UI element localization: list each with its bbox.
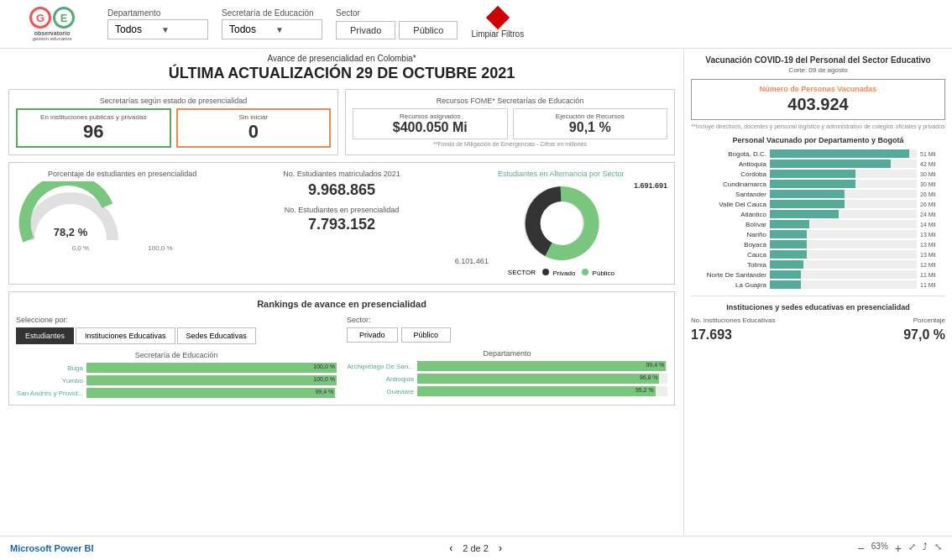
dept-vac-bar-val: 26 Mil [920,191,945,197]
zoom-slider[interactable]: 63% [871,542,888,555]
ejecucion-item: Ejecución de Recursos 90,1 % [513,108,668,139]
dept-vac-bar-val: 14 Mil [920,222,945,228]
dept-vac-bar-container [770,260,917,269]
sector-publico-button[interactable]: Público [399,21,458,39]
fome-box: Recursos FOME* Secretarías de Educación … [345,89,675,155]
dept-vac-bar-fill [770,220,809,228]
footer-icons: − 63% + ⤢ ⤴ ⤡ [858,542,942,555]
ranking-dept-bar-row: Archipiélago De San... 99,4 % [347,361,667,371]
right-panel: Vacunación COVID-19 del Personal del Sec… [683,49,952,536]
rank-dept-bar-container: 96,8 % [417,374,667,384]
dept-vac-bar-label: Cundinamarca [691,181,766,188]
dept-vac-bar-row: La Guajira 11 Mil [691,280,945,289]
sector-label: Sector [336,8,458,18]
sector-buttons: Privado Público [336,21,458,39]
en-inst-value: 96 [21,121,166,143]
rankings-privado-btn[interactable]: Privado [347,327,398,343]
dept-vac-bar-label: Atlántico [691,211,766,218]
gauge-range: 0,0 % 100,0 % [72,244,173,252]
dept-vac-bar-label: Bogotá, D.C. [691,150,766,158]
sector-filter: Sector Privado Público [336,8,458,39]
share-icon[interactable]: ⤴ [923,542,928,555]
btn-sedes[interactable]: Sedes Educativas [177,327,256,344]
prev-page-icon[interactable]: ‹ [449,542,452,554]
left-panel: Avance de presencialidad en Colombia* ÚL… [0,49,683,536]
dept-vac-bar-fill [770,270,801,279]
rankings-right: Sector: Privado Público Departamento Arc… [347,316,667,398]
privado-dot-icon [542,269,549,275]
dept-vac-bar-label: Nariño [691,231,766,238]
logo-e-circle: E [53,7,75,29]
avance-title: Avance de presencialidad en Colombia* [8,54,675,63]
fome-title: Recursos FOME* Secretarías de Educación [353,97,667,105]
secretaria-filter: Secretaría de Educación Todos ▼ [222,8,322,39]
dept-vac-bar-val: 30 Mil [920,171,945,177]
rankings-content: Seleccione por: Estudiantes Institucione… [16,316,667,398]
dept-vac-bar-label: La Guajira [691,281,766,289]
alternancia-legend: SECTOR Privado Público [455,269,667,277]
dept-vac-bar-row: Córdoba 30 Mil [691,170,945,178]
donut-chart [519,181,603,265]
ranking-bar-row: Yumbo 100,0 % [16,375,337,385]
fullscreen-icon[interactable]: ⤢ [908,542,916,555]
rank-bar-container: 100,0 % [86,375,337,385]
dept-vac-bar-container [770,190,917,198]
rank-dept-bar-fill: 95,2 % [417,386,656,396]
ranking-dept-bar-row: Antioquia 96,8 % [347,374,667,384]
en-inst-label: En instituciones públicas y privadas [21,113,166,121]
alt-publico-legend: Público [582,269,614,277]
dept-vac-bar-val: 11 Mil [920,282,945,288]
recursos-value: $400.050 Mi [357,120,504,135]
secretaria-select[interactable]: Todos ▼ [222,19,322,39]
secretarias-box: Secretarías según estado de presencialid… [8,89,338,155]
logo-gestion: gestión educativa [33,36,72,41]
btn-instituciones[interactable]: Instituciones Educativas [76,327,175,344]
dept-vac-bar-label: Antioquia [691,160,766,168]
rank-bar-pct: 100,0 % [313,364,335,369]
departamento-arrow-icon: ▼ [161,25,201,34]
clear-filters-icon [486,6,510,29]
sin-iniciar-value: 0 [181,121,327,143]
dept-vac-bar-row: Boyacá 13 Mil [691,240,945,249]
departamento-select[interactable]: Todos ▼ [107,19,208,39]
dept-vac-bar-container [770,230,917,238]
rankings-publico-btn[interactable]: Público [401,327,452,343]
expand-icon[interactable]: ⤡ [934,542,942,555]
btn-estudiantes[interactable]: Estudiantes [16,327,74,344]
gauge-container: 78,2 % 0,0 % 100,0 % [16,181,228,252]
inst-val1: 17.693 [691,327,732,343]
next-page-icon[interactable]: › [499,542,502,554]
dept-vac-bar-container [770,180,917,188]
rankings-title: Rankings de avance en presencialidad [16,299,667,309]
dept-vac-bar-fill [770,200,845,208]
recursos-item: Recursos asignados $400.050 Mi [353,108,508,139]
fome-inner: Recursos asignados $400.050 Mi Ejecución… [353,108,667,139]
powerbi-link[interactable]: Microsoft Power BI [10,543,94,553]
secretaria-bars: Buga 100,0 % Yumbo 100,0 % San Andrés y … [16,363,337,398]
matriculados-title: No. Estudiantes matriculados 2021 [235,170,447,178]
dept-vac-bar-fill [770,230,807,238]
dept-vac-bar-container [770,240,917,249]
rankings-sector-label: Sector: [347,316,667,324]
clear-filters-button[interactable]: Limpiar Filtros [471,9,524,39]
zoom-out-icon[interactable]: − [858,542,865,555]
en-inst-item: En instituciones públicas y privadas 96 [16,108,171,148]
logo-g-circle: G [29,7,51,29]
dept-vac-bar-label: Tolima [691,261,766,269]
dept-vac-bar-container [770,149,917,158]
rankings-section: Rankings de avance en presencialidad Sel… [8,291,675,406]
dept-vac-bar-fill [770,170,855,178]
instituciones-header: No. Instituciones Educativas Porcentaje [691,317,945,324]
footer-nav: ‹ 2 de 2 › [449,542,502,554]
rank-bar-fill: 100,0 % [86,375,337,385]
sector-privado-button[interactable]: Privado [336,21,395,39]
clear-filters-label: Limpiar Filtros [471,29,524,39]
alt-publico-label: Público [593,270,615,277]
dept-vac-bar-container [770,250,917,259]
secretaria-rank-title: Secretaría de Educación [16,351,337,359]
dept-vac-bar-label: Córdoba [691,170,766,178]
zoom-in-icon[interactable]: + [895,542,902,555]
dept-vac-bar-row: Nariño 13 Mil [691,230,945,238]
secretaria-value: Todos [229,24,269,35]
dept-vac-bar-container [770,200,917,208]
